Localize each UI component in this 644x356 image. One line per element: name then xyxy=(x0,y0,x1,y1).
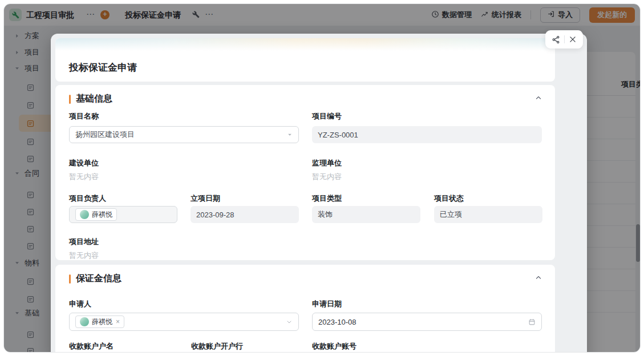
member-chip: 薛祺悦 × xyxy=(75,315,124,328)
project-name-select[interactable]: 扬州园区建设项目 xyxy=(69,126,299,143)
project-name-label: 项目名称 xyxy=(69,111,99,122)
account-bank-label: 收款账户开户行 xyxy=(191,341,243,351)
project-address-label: 项目地址 xyxy=(69,237,99,247)
title-gradient-strip xyxy=(55,38,555,51)
applicant-label: 申请人 xyxy=(69,299,91,309)
approval-date-label: 立项日期 xyxy=(191,193,220,204)
project-status-label: 项目状态 xyxy=(434,193,464,204)
account-name-label: 收款账户户名 xyxy=(69,341,114,351)
app-window: 工程项目审批 ⋯ + 投标保证金申请 ⋯ 数据管理 统计 xyxy=(0,0,644,356)
collapse-chevron-up-icon[interactable] xyxy=(534,274,542,284)
apply-date-value: 2023-10-08 xyxy=(318,318,357,326)
project-type-label: 项目类型 xyxy=(312,193,342,204)
section-basic-info: 基础信息 项目名称 扬州园区建设项目 项目编号 YZ-ZS-0001 xyxy=(55,85,555,260)
supervision-unit-empty: 暂无内容 xyxy=(312,172,342,182)
avatar xyxy=(80,317,89,326)
member-name: 薛祺悦 xyxy=(92,210,112,220)
bid-bond-modal: 投标保证金申请 基础信息 项目名称 扬州园区建设项目 xyxy=(51,34,587,353)
apply-date-label: 申请日期 xyxy=(312,299,342,309)
select-caret-icon xyxy=(287,132,293,137)
close-icon[interactable] xyxy=(565,32,581,47)
project-manager-label: 项目负责人 xyxy=(69,193,106,204)
section-accent-bar xyxy=(69,274,71,284)
supervision-unit-label: 监理单位 xyxy=(312,158,342,168)
modal-title: 投标保证金申请 xyxy=(69,61,137,74)
apply-date-input[interactable]: 2023-10-08 xyxy=(312,313,542,331)
project-code-field: YZ-ZS-0001 xyxy=(312,126,542,143)
applicant-select[interactable]: 薛祺悦 × xyxy=(69,313,299,331)
construction-unit-label: 建设单位 xyxy=(69,158,99,168)
section-header: 基础信息 xyxy=(69,93,112,105)
project-manager-field: 薛祺悦 xyxy=(69,206,177,223)
modal-action-pill xyxy=(545,30,583,48)
section-title: 基础信息 xyxy=(76,93,112,105)
remove-chip-icon[interactable]: × xyxy=(116,318,120,326)
collapse-chevron-up-icon[interactable] xyxy=(534,94,542,104)
avatar xyxy=(80,210,89,219)
member-name: 薛祺悦 xyxy=(92,317,112,327)
project-code-label: 项目编号 xyxy=(312,111,342,122)
section-header: 保证金信息 xyxy=(69,273,121,285)
project-status-value: 已立项 xyxy=(440,209,462,220)
calendar-icon xyxy=(528,318,536,326)
share-icon[interactable] xyxy=(548,32,564,47)
project-type-field: 装饰 xyxy=(312,206,420,223)
project-name-value: 扬州园区建设项目 xyxy=(75,130,135,140)
member-chip: 薛祺悦 xyxy=(75,208,117,221)
account-number-label: 收款账户账号 xyxy=(312,341,357,351)
chevron-down-icon xyxy=(286,318,293,325)
approval-date-value: 2023-09-28 xyxy=(196,211,234,219)
modal-title-card: 投标保证金申请 xyxy=(55,38,555,82)
app-frame: 工程项目审批 ⋯ + 投标保证金申请 ⋯ 数据管理 统计 xyxy=(3,3,641,353)
section-bond-info: 保证金信息 申请人 薛祺悦 × 申请日期 xyxy=(55,265,555,353)
project-type-value: 装饰 xyxy=(318,209,333,220)
section-title: 保证金信息 xyxy=(76,273,121,285)
approval-date-field: 2023-09-28 xyxy=(191,206,299,223)
project-status-field: 已立项 xyxy=(434,206,542,223)
project-address-empty: 暂无内容 xyxy=(69,250,99,260)
construction-unit-empty: 暂无内容 xyxy=(69,172,99,182)
section-accent-bar xyxy=(69,95,71,104)
project-code-value: YZ-ZS-0001 xyxy=(318,131,358,139)
